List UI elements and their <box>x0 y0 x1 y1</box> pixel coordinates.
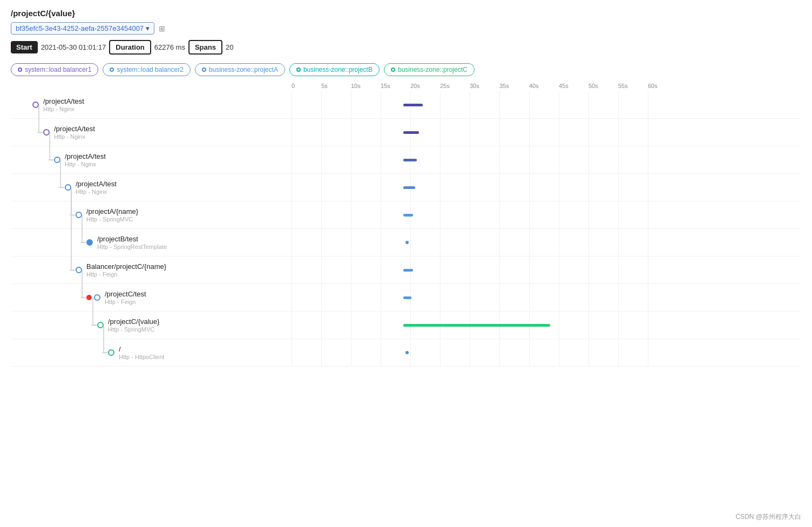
service-dot-pA <box>202 67 206 72</box>
span-node <box>108 349 114 356</box>
span-tree-area: /projectA/testHttp - Nginx <box>11 97 292 112</box>
duration-badge: Duration <box>109 40 151 55</box>
span-name: /projectB/test <box>97 235 167 243</box>
timeline-container: 05s10s15s20s25s30s35s40s45s50s55s60s /pr… <box>11 83 801 367</box>
span-bar-area <box>292 284 801 311</box>
span-tree-area: /projectC/{value}Http - SpringMVC <box>11 317 292 333</box>
span-info: Balancer/projectC/{name}Http - Feign <box>86 262 166 278</box>
span-bar-area <box>292 256 801 283</box>
scale-tick: 60s <box>648 83 678 89</box>
span-info: /projectA/testHttp - Nginx <box>76 180 117 195</box>
trace-id-row: bf35efc5-3e43-4252-aefa-2557e3454007 ⊞ <box>11 22 801 35</box>
span-sub: Http - Feign <box>105 299 146 305</box>
span-tree-area: /projectA/{name}Http - SpringMVC <box>11 207 292 222</box>
span-sub: Http - SpringRestTemplate <box>97 244 167 250</box>
span-node <box>86 239 93 246</box>
span-sub: Http - Nginx <box>65 161 106 167</box>
service-btn-lb1[interactable]: system::load balancer1 <box>11 63 98 76</box>
start-value: 2021-05-30 01:01:17 <box>41 43 106 51</box>
span-info: /projectC/{value}Http - SpringMVC <box>108 317 159 333</box>
trace-id-select[interactable]: bf35efc5-3e43-4252-aefa-2557e3454007 <box>11 22 154 35</box>
span-sub: Http - SpringMVC <box>86 216 138 222</box>
scale-tick: 45s <box>559 83 588 89</box>
span-tree-area: /projectA/testHttp - Nginx <box>11 152 292 167</box>
span-row: /projectB/testHttp - SpringRestTemplate <box>11 229 801 256</box>
trace-id-value: bf35efc5-3e43-4252-aefa-2557e3454007 <box>16 24 144 32</box>
service-btn-pA[interactable]: business-zone::projectA <box>195 63 285 76</box>
span-bar-area <box>292 312 801 339</box>
span-node <box>76 267 82 273</box>
start-badge: Start <box>11 41 38 53</box>
service-dot-pC <box>391 67 395 72</box>
span-row: /projectA/testHttp - Nginx <box>11 174 801 201</box>
span-row: /projectA/testHttp - Nginx <box>11 91 801 119</box>
span-info: /projectA/testHttp - Nginx <box>43 97 84 112</box>
span-row: /projectC/testHttp - Feign <box>11 284 801 312</box>
scale-tick: 5s <box>321 83 351 89</box>
service-label-lb1: system::load balancer1 <box>25 66 91 73</box>
span-bar <box>403 296 411 299</box>
span-tree-area: /projectA/testHttp - Nginx <box>11 125 292 140</box>
span-node <box>32 102 39 108</box>
span-dot <box>405 241 409 244</box>
span-bar <box>403 186 415 189</box>
span-node <box>94 294 100 301</box>
span-sub: Http - Nginx <box>76 188 117 195</box>
span-sub: Http - Feign <box>86 271 166 278</box>
spans-container: /projectA/testHttp - Nginx/projectA/test… <box>11 91 801 367</box>
service-btn-lb2[interactable]: system::load balancer2 <box>103 63 190 76</box>
span-row: /projectA/testHttp - Nginx <box>11 119 801 146</box>
span-bar <box>403 324 550 327</box>
span-bar-area <box>292 201 801 228</box>
spans-badge: Spans <box>188 40 222 55</box>
service-dot-lb1 <box>18 67 22 72</box>
service-dot-pB <box>296 67 301 72</box>
scale-tick: 55s <box>618 83 648 89</box>
copy-icon[interactable]: ⊞ <box>159 24 165 33</box>
scale-tick: 10s <box>351 83 381 89</box>
span-tree-area: /Http - HttpoClient <box>11 345 292 360</box>
span-row: /projectA/{name}Http - SpringMVC <box>11 201 801 229</box>
service-label-pA: business-zone::projectA <box>209 66 278 73</box>
span-bar <box>403 131 419 134</box>
service-label-pC: business-zone::projectC <box>398 66 468 73</box>
span-info: /projectA/{name}Http - SpringMVC <box>86 207 138 222</box>
span-sub: Http - SpringMVC <box>108 326 159 333</box>
span-node <box>43 129 50 136</box>
scale-tick: 25s <box>440 83 470 89</box>
span-name: / <box>119 345 164 353</box>
service-label-lb2: system::load balancer2 <box>117 66 183 73</box>
span-bar <box>403 214 413 217</box>
span-row: /projectC/{value}Http - SpringMVC <box>11 312 801 339</box>
span-node <box>65 184 71 191</box>
span-tree-area: /projectC/testHttp - Feign <box>11 290 292 305</box>
span-node <box>76 212 82 218</box>
scale-tick: 50s <box>588 83 618 89</box>
scale-tick: 40s <box>529 83 559 89</box>
span-name: /projectA/{name} <box>86 207 138 215</box>
scale-tick: 20s <box>410 83 440 89</box>
span-info: /projectB/testHttp - SpringRestTemplate <box>97 235 167 250</box>
span-row: /projectA/testHttp - Nginx <box>11 146 801 174</box>
span-name: /projectA/test <box>43 97 84 105</box>
scale-tick: 15s <box>381 83 410 89</box>
service-btn-pB[interactable]: business-zone::projectB <box>289 63 380 76</box>
service-btn-pC[interactable]: business-zone::projectC <box>384 63 475 76</box>
span-bar <box>403 269 413 272</box>
span-tree-area: /projectA/testHttp - Nginx <box>11 180 292 195</box>
span-node <box>54 157 60 163</box>
span-name: /projectA/test <box>54 125 95 133</box>
span-name: /projectA/test <box>65 152 106 160</box>
span-name: /projectC/test <box>105 290 146 298</box>
span-info: /projectC/testHttp - Feign <box>105 290 146 305</box>
span-info: /projectA/testHttp - Nginx <box>54 125 95 140</box>
spans-value: 20 <box>226 43 233 51</box>
span-bar-area <box>292 146 801 173</box>
span-tree-area: /projectB/testHttp - SpringRestTemplate <box>11 235 292 250</box>
service-filter-row: system::load balancer1system::load balan… <box>11 63 801 76</box>
service-label-pB: business-zone::projectB <box>303 66 373 73</box>
scale-tick: 0 <box>292 83 321 89</box>
span-bar <box>403 104 423 106</box>
span-bar-area <box>292 91 801 118</box>
span-bar-area <box>292 119 801 146</box>
